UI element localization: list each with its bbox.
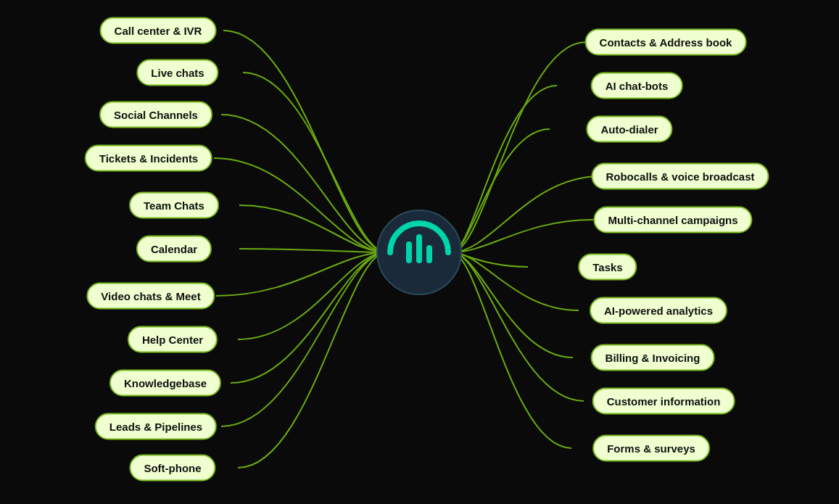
robocalls-node: Robocalls & voice broadcast xyxy=(591,163,769,190)
help-center-node: Help Center xyxy=(128,326,218,353)
svg-rect-1 xyxy=(406,241,412,263)
live-chats-node: Live chats xyxy=(136,59,218,86)
forms-surveys-node: Forms & surveys xyxy=(592,435,710,462)
calendar-node: Calendar xyxy=(136,236,212,263)
leads-pipelines-node: Leads & Pipelines xyxy=(95,413,217,440)
customer-info-node: Customer information xyxy=(592,388,735,415)
knowledgebase-node: Knowledgebase xyxy=(109,370,221,397)
billing-node: Billing & Invoicing xyxy=(591,344,715,371)
svg-rect-2 xyxy=(416,234,422,263)
contacts-address-node: Contacts & Address book xyxy=(585,29,747,56)
ai-analytics-node: AI-powered analytics xyxy=(590,297,727,324)
soft-phone-node: Soft-phone xyxy=(129,455,215,482)
tickets-incidents-node: Tickets & Incidents xyxy=(85,145,212,172)
team-chats-node: Team Chats xyxy=(129,192,219,219)
tasks-node: Tasks xyxy=(578,254,637,281)
video-chats-node: Video chats & Meet xyxy=(86,283,215,310)
multichannel-node: Multi-channel campaigns xyxy=(593,207,752,234)
ai-chatbots-node: AI chat-bots xyxy=(591,73,683,99)
social-channels-node: Social Channels xyxy=(99,102,212,128)
auto-dialer-node: Auto-dialer xyxy=(586,116,672,143)
center-logo xyxy=(376,209,463,296)
call-center-node: Call center & IVR xyxy=(100,17,217,44)
svg-rect-3 xyxy=(426,245,432,263)
